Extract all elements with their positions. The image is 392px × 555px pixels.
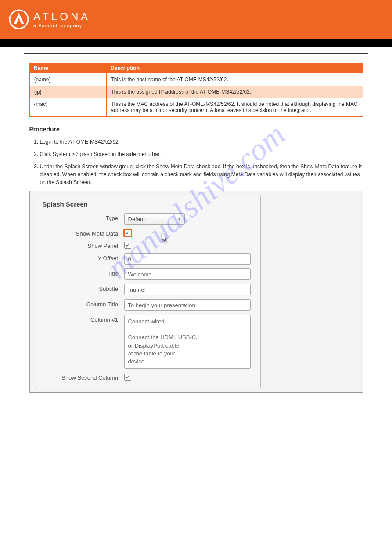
show-panel-checkbox[interactable] bbox=[124, 242, 131, 249]
show-second-label: Show Second Column: bbox=[43, 373, 124, 381]
table-row: {mac} This is the MAC address of the AT-… bbox=[29, 98, 363, 117]
table-row: {name} This is the host name of the AT-O… bbox=[29, 73, 363, 86]
header-divider bbox=[0, 39, 392, 47]
section-rule bbox=[24, 53, 368, 54]
splash-screen-screenshot: Splash Screen Type: Default ▾ Show Meta … bbox=[29, 191, 363, 393]
subtitle-input[interactable] bbox=[124, 284, 251, 295]
chevron-down-icon: ▾ bbox=[178, 216, 181, 222]
show-meta-label: Show Meta Data: bbox=[43, 229, 124, 237]
title-input[interactable] bbox=[124, 268, 251, 280]
atlona-logo-icon bbox=[9, 9, 29, 29]
splash-screen-panel: Splash Screen Type: Default ▾ Show Meta … bbox=[36, 196, 261, 388]
step: Under the Splash Screen window group, cl… bbox=[40, 163, 363, 186]
column-title-label: Column Title: bbox=[43, 299, 124, 308]
column1-label: Column #1: bbox=[43, 315, 124, 323]
show-meta-checkbox[interactable] bbox=[124, 229, 131, 236]
brand-header: ATLONA a Panduit company bbox=[0, 0, 392, 39]
panel-title: Splash Screen bbox=[43, 200, 254, 208]
type-select[interactable]: Default ▾ bbox=[124, 213, 185, 225]
show-panel-label: Show Panel: bbox=[43, 241, 124, 249]
col-header-desc: Description bbox=[106, 63, 363, 73]
title-label: Title: bbox=[43, 268, 124, 277]
type-label: Type: bbox=[43, 213, 124, 221]
show-second-checkbox[interactable] bbox=[124, 374, 131, 381]
col-header-name: Name bbox=[29, 63, 106, 73]
brand-subline: a Panduit company bbox=[33, 23, 90, 28]
column-title-input[interactable] bbox=[124, 299, 251, 311]
y-offset-label: Y Offset: bbox=[43, 253, 124, 261]
procedure-steps: Login to the AT-OME-MS42/52/62. Click Sy… bbox=[29, 138, 363, 186]
subtitle-label: Subtitle: bbox=[43, 284, 124, 292]
column1-textarea[interactable]: Connect wired: Connect the HDMI, USB-C, … bbox=[124, 315, 251, 369]
logo: ATLONA a Panduit company bbox=[9, 9, 90, 29]
step: Click System > Splash Screen in the side… bbox=[40, 150, 363, 158]
step: Login to the AT-OME-MS42/52/62. bbox=[40, 138, 363, 146]
table-row: {ip} This is the assigned IP address of … bbox=[29, 86, 363, 98]
meta-variables-table: Name Description {name} This is the host… bbox=[29, 63, 363, 117]
brand-name: ATLONA bbox=[33, 11, 90, 23]
procedure-heading: Procedure bbox=[29, 126, 363, 133]
y-offset-input[interactable] bbox=[124, 253, 251, 265]
